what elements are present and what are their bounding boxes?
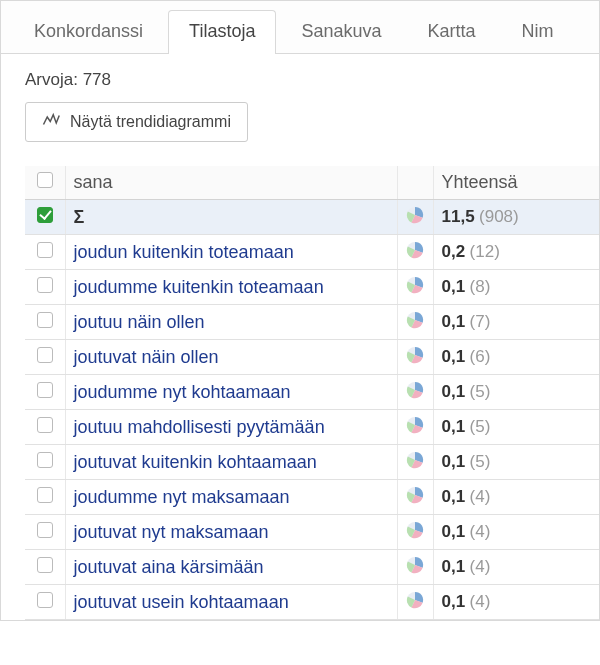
row-count: (908) — [479, 207, 519, 226]
row-total-cell: 0,1 (5) — [433, 375, 599, 410]
row-pie-cell[interactable] — [397, 515, 433, 550]
word-link[interactable]: joutuvat näin ollen — [74, 347, 219, 367]
row-value: 0,1 — [442, 347, 466, 366]
row-checkbox[interactable] — [37, 452, 53, 468]
row-pie-cell[interactable] — [397, 445, 433, 480]
pie-chart-icon[interactable] — [406, 455, 424, 472]
pie-chart-icon[interactable] — [406, 525, 424, 542]
row-pie-cell[interactable] — [397, 375, 433, 410]
row-word-cell: joutuvat aina kärsimään — [65, 550, 397, 585]
row-pie-cell[interactable] — [397, 550, 433, 585]
row-total-cell: 0,1 (4) — [433, 515, 599, 550]
pie-chart-icon[interactable] — [406, 245, 424, 262]
row-checkbox-cell[interactable] — [25, 235, 65, 270]
word-link[interactable]: joudumme nyt kohtaamaan — [74, 382, 291, 402]
tab-bar: KonkordanssiTilastojaSanakuvaKarttaNim — [1, 1, 599, 54]
row-checkbox-cell[interactable] — [25, 375, 65, 410]
row-value: 0,1 — [442, 382, 466, 401]
row-checkbox[interactable] — [37, 347, 53, 363]
row-checkbox[interactable] — [37, 242, 53, 258]
show-trend-button[interactable]: Näytä trendidiagrammi — [25, 102, 248, 142]
pie-chart-icon[interactable] — [406, 315, 424, 332]
row-checkbox-cell[interactable] — [25, 515, 65, 550]
tab-tilastoja[interactable]: Tilastoja — [168, 10, 276, 54]
row-checkbox[interactable] — [37, 312, 53, 328]
row-total-cell: 0,1 (8) — [433, 270, 599, 305]
pie-chart-icon[interactable] — [406, 280, 424, 297]
word-link[interactable]: joudumme kuitenkin toteamaan — [74, 277, 324, 297]
app-window: KonkordanssiTilastojaSanakuvaKarttaNim A… — [0, 0, 600, 621]
row-pie-cell[interactable] — [397, 270, 433, 305]
row-checkbox-cell[interactable] — [25, 270, 65, 305]
word-link[interactable]: joudun kuitenkin toteamaan — [74, 242, 294, 262]
row-word-cell: joudun kuitenkin toteamaan — [65, 235, 397, 270]
row-checkbox-cell[interactable] — [25, 200, 65, 235]
row-checkbox[interactable] — [37, 592, 53, 608]
row-checkbox[interactable] — [37, 417, 53, 433]
row-pie-cell[interactable] — [397, 585, 433, 620]
row-total-cell: 11,5 (908) — [433, 200, 599, 235]
row-checkbox-cell[interactable] — [25, 480, 65, 515]
table-row: joutuvat näin ollen0,1 (6) — [25, 340, 599, 375]
word-link[interactable]: joutuvat usein kohtaamaan — [74, 592, 289, 612]
word-link[interactable]: joutuu mahdollisesti pyytämään — [74, 417, 325, 437]
col-checkbox[interactable] — [25, 166, 65, 200]
row-pie-cell[interactable] — [397, 410, 433, 445]
tab-nim[interactable]: Nim — [501, 10, 575, 54]
row-count: (5) — [470, 452, 491, 471]
show-trend-button-label: Näytä trendidiagrammi — [70, 113, 231, 131]
tab-konkordanssi[interactable]: Konkordanssi — [13, 10, 164, 54]
pie-chart-icon[interactable] — [406, 210, 424, 227]
row-pie-cell[interactable] — [397, 235, 433, 270]
pie-chart-icon[interactable] — [406, 490, 424, 507]
row-total-cell: 0,1 (6) — [433, 340, 599, 375]
row-value: 0,2 — [442, 242, 466, 261]
table-header-row: sana Yhteensä — [25, 166, 599, 200]
word-link[interactable]: joutuvat nyt maksamaan — [74, 522, 269, 542]
row-value: 11,5 — [442, 207, 475, 226]
table-row: joutuvat kuitenkin kohtaamaan0,1 (5) — [25, 445, 599, 480]
pie-chart-icon[interactable] — [406, 560, 424, 577]
pie-chart-icon[interactable] — [406, 420, 424, 437]
row-pie-cell[interactable] — [397, 200, 433, 235]
col-total-header[interactable]: Yhteensä — [433, 166, 599, 200]
row-count: (5) — [470, 417, 491, 436]
row-checkbox-cell[interactable] — [25, 585, 65, 620]
pie-chart-icon[interactable] — [406, 595, 424, 612]
sub-header: Arvoja: 778 Näytä trendidiagrammi — [1, 54, 599, 146]
select-all-checkbox[interactable] — [37, 172, 53, 188]
word-link[interactable]: joutuvat aina kärsimään — [74, 557, 264, 577]
row-checkbox-cell[interactable] — [25, 445, 65, 480]
table-row: joutuu näin ollen0,1 (7) — [25, 305, 599, 340]
row-value: 0,1 — [442, 487, 466, 506]
row-checkbox-cell[interactable] — [25, 550, 65, 585]
value-count-label: Arvoja: 778 — [25, 70, 575, 90]
word-link[interactable]: joutuu näin ollen — [74, 312, 205, 332]
row-checkbox[interactable] — [37, 207, 53, 223]
row-pie-cell[interactable] — [397, 480, 433, 515]
row-checkbox-cell[interactable] — [25, 340, 65, 375]
row-checkbox-cell[interactable] — [25, 410, 65, 445]
row-word-cell: joutuvat usein kohtaamaan — [65, 585, 397, 620]
pie-chart-icon[interactable] — [406, 350, 424, 367]
row-total-cell: 0,1 (4) — [433, 585, 599, 620]
row-pie-cell[interactable] — [397, 340, 433, 375]
row-checkbox[interactable] — [37, 277, 53, 293]
row-word-cell: joudumme nyt kohtaamaan — [65, 375, 397, 410]
row-checkbox[interactable] — [37, 487, 53, 503]
row-value: 0,1 — [442, 592, 466, 611]
pie-chart-icon[interactable] — [406, 385, 424, 402]
row-checkbox[interactable] — [37, 522, 53, 538]
word-link[interactable]: joudumme nyt maksamaan — [74, 487, 290, 507]
row-checkbox[interactable] — [37, 557, 53, 573]
row-checkbox[interactable] — [37, 382, 53, 398]
row-value: 0,1 — [442, 452, 466, 471]
tab-kartta[interactable]: Kartta — [407, 10, 497, 54]
row-checkbox-cell[interactable] — [25, 305, 65, 340]
col-word-header[interactable]: sana — [65, 166, 397, 200]
word-link[interactable]: joutuvat kuitenkin kohtaamaan — [74, 452, 317, 472]
row-pie-cell[interactable] — [397, 305, 433, 340]
tab-sanakuva[interactable]: Sanakuva — [280, 10, 402, 54]
row-word-cell: joutuu näin ollen — [65, 305, 397, 340]
table-row: joudun kuitenkin toteamaan0,2 (12) — [25, 235, 599, 270]
